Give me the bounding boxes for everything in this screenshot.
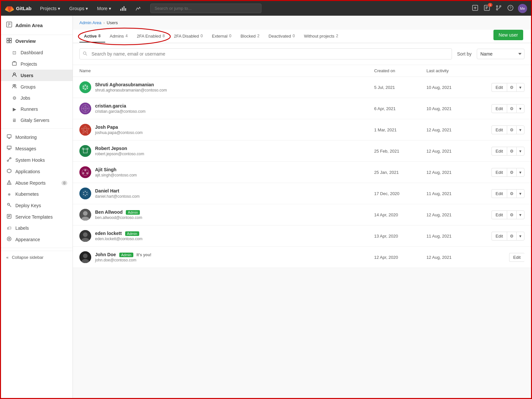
sidebar-item-groups[interactable]: Groups [1,81,73,92]
tab-external-count: 0 [229,34,231,38]
svg-point-12 [500,6,501,7]
edit-button[interactable]: Edit [509,253,524,262]
dropdown-button[interactable]: ▾ [516,189,524,198]
dropdown-button[interactable]: ▾ [516,210,524,219]
collapse-sidebar-button[interactable]: « Collapse sidebar [1,251,73,264]
todo-icon[interactable]: 1 [483,4,491,13]
user-info: John Doe Admin It's you! john.doe@contos… [79,251,374,263]
gear-button[interactable]: ⚙ [507,168,516,177]
edit-button[interactable]: Edit [491,232,507,241]
svg-point-72 [84,169,86,171]
tab-active-count: 8 [98,34,101,38]
breadcrumb-admin-link[interactable]: Admin Area [79,20,101,25]
svg-rect-3 [125,8,126,11]
dropdown-button[interactable]: ▾ [516,168,524,177]
sidebar-item-dashboard[interactable]: ⊡ Dashboard [1,47,73,58]
tab-admins[interactable]: Admins 4 [105,30,132,42]
sort-select[interactable]: Name Recent sign-in Oldest sign-in Oldes… [477,49,524,59]
sidebar-item-messages[interactable]: Messages [1,143,73,154]
edit-button[interactable]: Edit [491,168,507,177]
brand-logo[interactable]: GitLab [5,4,32,13]
sidebar-item-runners[interactable]: ▶ Runners [1,104,73,115]
sidebar-item-overview[interactable]: Overview [1,35,73,47]
sidebar-item-users[interactable]: Users [1,70,73,81]
sidebar-item-system-hooks[interactable]: System Hooks [1,154,73,166]
nav-stats-icon[interactable] [117,4,129,13]
svg-rect-69 [87,148,89,150]
tab-external[interactable]: External 0 [207,30,236,42]
sidebar-item-applications[interactable]: Applications [1,166,73,177]
svg-line-39 [9,205,11,207]
edit-button[interactable]: Edit [491,104,507,113]
svg-rect-68 [82,148,84,150]
nav-design-icon[interactable] [132,4,144,13]
dropdown-button[interactable]: ▾ [516,83,524,92]
svg-point-37 [9,184,9,184]
nav-groups[interactable]: Groups ▾ [66,4,91,13]
sidebar-item-jobs[interactable]: ⚙ Jobs [1,92,73,104]
tab-deactivated[interactable]: Deactivated 0 [264,30,299,42]
tab-active[interactable]: Active 8 [79,30,105,42]
runners-icon: ▶ [11,107,17,112]
sidebar-item-kubernetes[interactable]: ⎈ Kubernetes [1,189,73,200]
edit-button[interactable]: Edit [491,125,507,134]
edit-button[interactable]: Edit [491,83,507,92]
user-search-input[interactable] [79,48,452,59]
sidebar-item-appearance[interactable]: Appearance [1,234,73,245]
sidebar-item-service-templates[interactable]: Service Templates [1,211,73,223]
edit-button[interactable]: Edit [491,147,507,156]
sidebar-item-labels[interactable]: 🏷 Labels [1,223,73,234]
avatar [79,145,91,157]
tab-blocked[interactable]: Blocked 2 [236,30,264,42]
gitaly-icon: 🖥 [11,118,17,123]
gear-button[interactable]: ⚙ [507,147,516,156]
svg-point-82 [83,192,84,193]
chevron-down-icon: ▾ [86,6,88,11]
table-row: Josh Papa joshua.papa@contoso.com 1 Mar,… [73,119,531,141]
search-input[interactable] [150,4,261,13]
nav-more[interactable]: More ▾ [94,4,114,13]
user-details: John Doe Admin It's you! john.doe@contos… [95,252,151,262]
search-sort-bar: Sort by Name Recent sign-in Oldest sign-… [73,43,531,65]
dropdown-button[interactable]: ▾ [516,232,524,241]
dropdown-button[interactable]: ▾ [516,125,524,134]
sidebar-item-deploy-keys[interactable]: Deploy Keys [1,200,73,211]
sidebar-item-projects[interactable]: Projects [1,58,73,70]
new-user-button[interactable]: New user [493,30,523,40]
svg-point-49 [79,81,91,93]
tab-2fa-enabled[interactable]: 2FA Enabled 8 [132,30,169,42]
gear-button[interactable]: ⚙ [507,210,516,219]
edit-button[interactable]: Edit [491,189,507,198]
gear-button[interactable]: ⚙ [507,125,516,134]
row-actions: Edit ⚙ ▾ [479,232,524,241]
user-info: eden lockett Admin eden.lockett@contoso.… [79,230,374,242]
user-info: Robert Jepson robert.jepson@contoso.com [79,145,374,157]
user-avatar[interactable]: Me [518,4,527,13]
gear-button[interactable]: ⚙ [507,104,516,113]
sidebar-item-gitaly[interactable]: 🖥 Gitaly Servers [1,115,73,126]
svg-point-27 [13,73,15,75]
dropdown-button[interactable]: ▾ [516,104,524,113]
sidebar-item-abuse-reports[interactable]: Abuse Reports 0 [1,177,73,189]
messages-icon [6,146,12,151]
gear-button[interactable]: ⚙ [507,232,516,241]
dropdown-button[interactable]: ▾ [516,147,524,156]
tab-without-projects[interactable]: Without projects 2 [299,30,343,42]
new-item-icon[interactable] [471,4,479,13]
svg-point-54 [87,88,88,89]
svg-line-48 [86,54,87,56]
merge-request-icon[interactable] [494,4,503,13]
svg-point-45 [8,238,10,240]
gear-button[interactable]: ⚙ [507,83,516,92]
abuse-icon [6,180,12,186]
edit-button[interactable]: Edit [491,210,507,219]
tab-2fa-disabled-count: 0 [201,34,203,38]
users-icon [11,73,17,78]
table-header: Name Created on Last activity [73,65,531,77]
tab-2fa-disabled[interactable]: 2FA Disabled 0 [169,30,207,42]
gear-button[interactable]: ⚙ [507,189,516,198]
sidebar-item-monitoring[interactable]: Monitoring [1,131,73,143]
nav-projects[interactable]: Projects ▾ [37,4,64,13]
help-icon[interactable]: ? [506,4,515,13]
sort-label: Sort by [457,51,472,57]
